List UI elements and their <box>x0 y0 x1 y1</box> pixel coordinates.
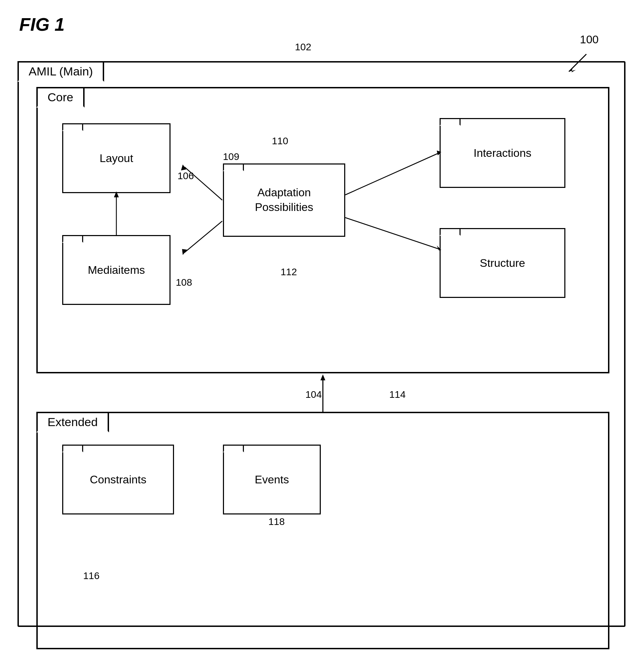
structure-box: Structure <box>440 228 565 298</box>
svg-line-6 <box>184 221 222 253</box>
ref-110-label: 110 <box>272 136 288 147</box>
ref-109-label: 109 <box>223 151 239 162</box>
interactions-box: Interactions <box>440 118 565 188</box>
adaptation-label: Adaptation Possibilities <box>224 164 344 236</box>
ref-108-label: 108 <box>176 277 192 288</box>
svg-line-8 <box>345 153 439 195</box>
events-box: Events <box>223 445 321 514</box>
constraints-label: Constraints <box>63 446 173 513</box>
constraints-box: Constraints <box>62 445 174 514</box>
svg-marker-7 <box>182 249 187 255</box>
core-box: Core Layout Mediaitems Adaptation Possib… <box>36 87 609 373</box>
ref-114-label: 114 <box>389 389 406 400</box>
svg-marker-5 <box>181 164 186 170</box>
adaptation-box: Adaptation Possibilities <box>223 163 345 237</box>
extended-tab: Extended <box>36 412 109 432</box>
ref-112-label: 112 <box>281 266 297 278</box>
interactions-label: Interactions <box>441 119 564 187</box>
svg-marker-13 <box>320 374 325 380</box>
ref-116-label: 116 <box>83 570 100 582</box>
ref-118-label: 118 <box>268 516 285 527</box>
figure-title: FIG 1 <box>19 14 65 35</box>
ref-104-label: 104 <box>305 389 322 400</box>
mediaitems-label: Mediaitems <box>63 236 169 304</box>
svg-line-10 <box>345 218 439 249</box>
structure-label: Structure <box>441 229 564 297</box>
extended-box: Extended Constraints Events 116 118 <box>36 412 609 649</box>
layout-box: Layout <box>62 123 171 193</box>
ref-106-label: 106 <box>178 170 194 182</box>
amil-main-tab: AMIL (Main) <box>17 61 104 82</box>
amil-main-box: AMIL (Main) 102 Core Layout Mediaitems A… <box>17 61 625 627</box>
layout-label: Layout <box>63 124 169 192</box>
events-label: Events <box>224 446 320 513</box>
ref-102-label: 102 <box>295 42 311 53</box>
ref-100-label: 100 <box>580 33 599 46</box>
core-tab: Core <box>36 87 85 108</box>
mediaitems-box: Mediaitems <box>62 235 171 305</box>
